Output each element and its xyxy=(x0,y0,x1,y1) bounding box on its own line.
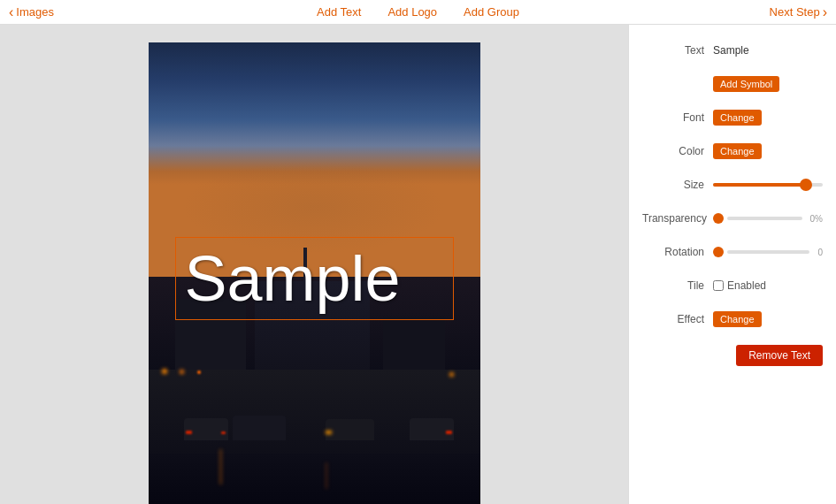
effect-change-button[interactable]: Change xyxy=(713,311,762,327)
effect-label: Effect xyxy=(642,313,713,325)
image-background: Sample xyxy=(149,42,480,504)
street-light-2 xyxy=(180,370,184,374)
rotation-row: Rotation 0 xyxy=(642,240,823,264)
rotation-label: Rotation xyxy=(642,246,713,258)
tile-row: Tile Enabled xyxy=(642,273,823,298)
text-field-value: Sample xyxy=(713,44,823,57)
remove-text-button[interactable]: Remove Text xyxy=(736,345,823,366)
right-panel: Text Sample Add Symbol Font Change Color… xyxy=(628,25,836,504)
car-taillight-1 xyxy=(186,431,192,434)
top-navigation: Images Add Text Add Logo Add Group Next … xyxy=(0,0,836,25)
text-overlay-box[interactable]: Sample xyxy=(175,237,454,320)
street-light-3 xyxy=(197,370,201,374)
text-row: Text Sample xyxy=(642,38,823,63)
road-layer xyxy=(149,370,480,458)
street-light-4 xyxy=(449,372,454,377)
color-label: Color xyxy=(642,145,713,157)
font-change-button[interactable]: Change xyxy=(713,110,762,126)
size-label: Size xyxy=(642,179,713,191)
add-symbol-row: Add Symbol xyxy=(642,72,823,96)
tile-checkbox-container: Enabled xyxy=(713,279,766,292)
car-taillight-2 xyxy=(221,431,226,434)
water-layer xyxy=(149,454,480,504)
text-field-label: Text xyxy=(642,44,713,57)
rotation-slider-track[interactable] xyxy=(727,250,809,254)
transparency-value: 0% xyxy=(810,214,823,224)
car-taillight-3 xyxy=(446,431,452,434)
car-2 xyxy=(233,416,286,440)
transparency-label: Transparency xyxy=(642,212,713,225)
rotation-value: 0 xyxy=(817,248,823,257)
car-4 xyxy=(410,418,454,440)
size-slider-fill xyxy=(713,183,806,187)
image-container[interactable]: Sample xyxy=(149,42,480,504)
reflection-1 xyxy=(219,449,222,485)
sample-text-display: Sample xyxy=(185,243,401,314)
street-light-1 xyxy=(162,369,167,374)
effect-row: Effect Change xyxy=(642,307,823,332)
car-headlight-1 xyxy=(326,431,332,434)
car-1 xyxy=(184,418,228,440)
transparency-row: Transparency 0% xyxy=(642,206,823,231)
add-logo-link[interactable]: Add Logo xyxy=(387,5,437,19)
back-to-images[interactable]: Images xyxy=(9,4,54,20)
reflection-2 xyxy=(326,462,327,489)
main-content: Sample Text Sample Add Symbol Font Chang… xyxy=(0,25,836,504)
size-row: Size xyxy=(642,172,823,197)
rotation-indicator xyxy=(713,247,724,257)
remove-text-row: Remove Text xyxy=(642,345,823,366)
add-symbol-button[interactable]: Add Symbol xyxy=(713,76,779,92)
transparency-indicator xyxy=(713,213,724,224)
nav-center-actions: Add Text Add Logo Add Group xyxy=(317,5,519,19)
font-row: Font Change xyxy=(642,105,823,130)
add-group-link[interactable]: Add Group xyxy=(464,5,519,19)
color-change-button[interactable]: Change xyxy=(713,143,762,159)
tile-enabled-label[interactable]: Enabled xyxy=(727,279,766,292)
size-slider-thumb[interactable] xyxy=(800,179,812,191)
color-row: Color Change xyxy=(642,139,823,164)
rotation-control: 0 xyxy=(713,247,823,257)
car-3 xyxy=(326,419,374,440)
tile-label: Tile xyxy=(642,279,713,292)
add-text-link[interactable]: Add Text xyxy=(317,5,361,19)
transparency-control: 0% xyxy=(713,213,823,224)
image-canvas-area: Sample xyxy=(0,25,628,504)
size-slider-container[interactable] xyxy=(713,178,823,192)
tile-checkbox[interactable] xyxy=(713,280,724,291)
next-step-link[interactable]: Next Step xyxy=(770,4,827,20)
size-slider-track xyxy=(713,183,823,187)
font-label: Font xyxy=(642,111,713,124)
transparency-slider-track[interactable] xyxy=(727,217,802,220)
